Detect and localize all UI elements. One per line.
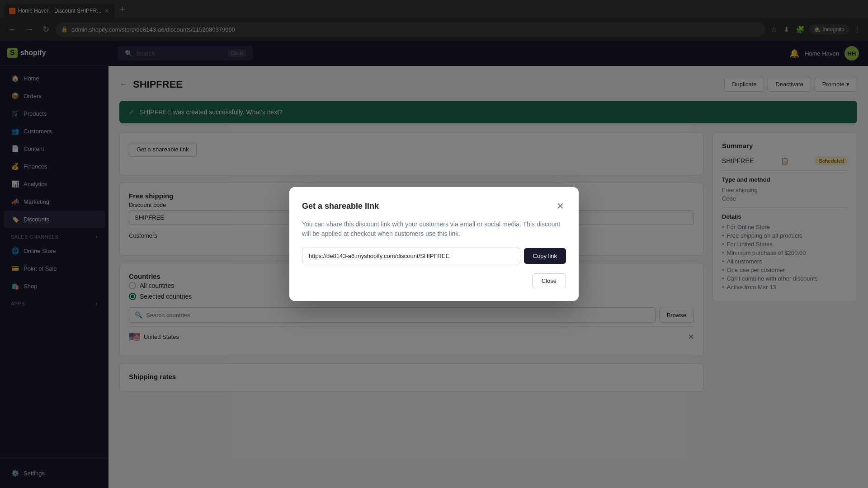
modal-title: Get a shareable link <box>302 202 379 211</box>
modal-close-button[interactable]: ✕ <box>555 200 566 212</box>
modal-url-row: Copy link <box>302 248 566 264</box>
copy-link-button[interactable]: Copy link <box>524 248 566 264</box>
modal-url-input[interactable] <box>302 248 520 264</box>
modal-close-footer-button[interactable]: Close <box>532 273 566 288</box>
shareable-link-modal: Get a shareable link ✕ You can share thi… <box>289 187 579 301</box>
modal-body: You can share this discount link with yo… <box>302 220 566 264</box>
modal-footer: Close <box>302 273 566 288</box>
modal-overlay[interactable]: Get a shareable link ✕ You can share thi… <box>0 0 868 488</box>
modal-header: Get a shareable link ✕ <box>302 200 566 212</box>
modal-description: You can share this discount link with yo… <box>302 220 566 239</box>
